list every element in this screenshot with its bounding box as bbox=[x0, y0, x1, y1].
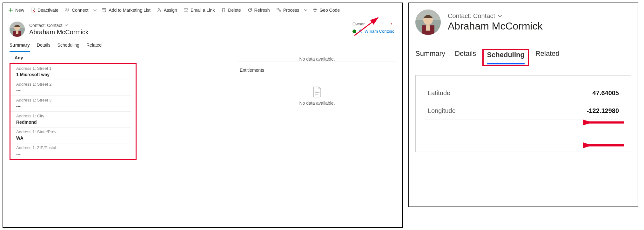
svg-rect-7 bbox=[279, 10, 281, 12]
svg-point-3 bbox=[68, 9, 69, 10]
refresh-icon bbox=[247, 8, 252, 13]
avatar bbox=[10, 22, 25, 37]
deactivate-button[interactable]: Deactivate bbox=[27, 3, 62, 17]
chevron-down-icon bbox=[64, 23, 69, 28]
tab-related[interactable]: Related bbox=[86, 43, 102, 52]
chevron-down-icon bbox=[93, 8, 97, 12]
chevron-down-icon bbox=[497, 13, 503, 19]
document-icon bbox=[313, 87, 322, 97]
assign-icon bbox=[157, 8, 162, 13]
svg-point-4 bbox=[158, 8, 159, 10]
tab-scheduling[interactable]: Scheduling bbox=[487, 51, 525, 64]
svg-line-15 bbox=[354, 18, 378, 36]
field-label: Address 1: Street 3 bbox=[16, 98, 131, 102]
geo-code-button[interactable]: Geo Code bbox=[309, 3, 343, 17]
field-street3[interactable]: Address 1: Street 3 --- bbox=[10, 95, 131, 111]
assign-button[interactable]: Assign bbox=[154, 3, 180, 17]
annotation-box-scheduling: Scheduling bbox=[482, 49, 529, 66]
map-pin-icon bbox=[312, 8, 318, 13]
svg-rect-6 bbox=[277, 8, 278, 10]
longitude-value: -122.12980 bbox=[587, 107, 619, 115]
deactivate-icon bbox=[30, 8, 36, 13]
connect-split[interactable] bbox=[91, 3, 98, 17]
required-marker: * bbox=[391, 22, 392, 27]
new-label: New bbox=[15, 8, 24, 13]
email-icon bbox=[184, 8, 189, 13]
refresh-label: Refresh bbox=[254, 8, 270, 13]
trash-icon bbox=[221, 8, 226, 13]
address-column: Any Address 1: Street 1 1 Microsoft way … bbox=[3, 52, 232, 223]
command-bar: New Deactivate Connect Add to Marketing … bbox=[3, 3, 402, 17]
field-value: --- bbox=[16, 88, 131, 93]
svg-rect-20 bbox=[426, 25, 430, 31]
breadcrumb-text: Contact: Contact bbox=[448, 12, 495, 20]
email-a-link-label: Email a Link bbox=[191, 8, 215, 13]
tab-summary[interactable]: Summary bbox=[10, 43, 30, 52]
tabs: Summary Details Scheduling Related bbox=[3, 39, 402, 52]
svg-rect-5 bbox=[184, 9, 188, 12]
section-any: Any bbox=[10, 52, 232, 63]
longitude-row[interactable]: Longitude -122.12980 bbox=[425, 102, 621, 120]
connect-icon bbox=[65, 8, 70, 13]
field-street2[interactable]: Address 1: Street 2 --- bbox=[10, 80, 131, 95]
field-street1[interactable]: Address 1: Street 1 1 Microsoft way bbox=[10, 64, 131, 80]
connect-button[interactable]: Connect bbox=[62, 3, 91, 17]
process-label: Process bbox=[283, 8, 299, 13]
latitude-row[interactable]: Latitude 47.64005 bbox=[425, 84, 621, 102]
connect-label: Connect bbox=[72, 8, 88, 13]
breadcrumb[interactable]: Contact: Contact bbox=[29, 23, 89, 28]
annotation-box-address: Address 1: Street 1 1 Microsoft way Addr… bbox=[10, 63, 137, 160]
new-button[interactable]: New bbox=[5, 3, 27, 17]
tab-scheduling[interactable]: Scheduling bbox=[57, 43, 79, 52]
list-add-icon bbox=[102, 8, 107, 13]
annotation-arrow-latitude bbox=[583, 118, 627, 127]
field-zip[interactable]: Address 1: ZIP/Postal ... --- bbox=[10, 143, 131, 159]
add-to-marketing-list-label: Add to Marketing List bbox=[109, 8, 151, 13]
assign-label: Assign bbox=[164, 8, 177, 13]
process-button[interactable]: Process bbox=[273, 3, 303, 17]
tab-details[interactable]: Details bbox=[37, 43, 50, 52]
geo-code-label: Geo Code bbox=[319, 8, 340, 13]
delete-button[interactable]: Delete bbox=[218, 3, 244, 17]
record-header: Contact: Contact Abraham McCormick Owner… bbox=[3, 17, 402, 39]
deactivate-label: Deactivate bbox=[37, 8, 58, 13]
field-state[interactable]: Address 1: State/Prov... WA bbox=[10, 127, 131, 143]
field-label: Address 1: State/Prov... bbox=[16, 129, 131, 134]
chevron-down-icon bbox=[304, 8, 308, 12]
longitude-label: Longitude bbox=[428, 107, 456, 115]
annotation-arrow-longitude bbox=[583, 141, 627, 150]
add-to-marketing-list-button[interactable]: Add to Marketing List bbox=[98, 3, 154, 17]
no-data-text-2: No data available. bbox=[299, 101, 335, 106]
breadcrumb-text: Contact: Contact bbox=[29, 23, 62, 28]
entitlements-empty: No data available. bbox=[238, 87, 396, 106]
entitlements-header: Entitlements bbox=[238, 62, 396, 76]
field-label: Address 1: City bbox=[16, 114, 131, 118]
field-value: WA bbox=[16, 135, 131, 141]
scheduling-card: Latitude 47.64005 Longitude -122.12980 bbox=[415, 75, 631, 152]
field-city[interactable]: Address 1: City Redmond bbox=[10, 111, 131, 127]
latitude-label: Latitude bbox=[428, 89, 450, 97]
page-title: Abraham McCormick bbox=[448, 20, 543, 32]
svg-point-8 bbox=[315, 9, 316, 10]
tabs-right: Summary Details Scheduling Related bbox=[409, 46, 638, 66]
tab-details[interactable]: Details bbox=[455, 49, 476, 66]
side-column: No data available. Entitlements No data … bbox=[232, 52, 402, 223]
field-value: 1 Microsoft way bbox=[16, 72, 131, 77]
right-window: Contact: Contact Abraham McCormick Summa… bbox=[408, 3, 638, 207]
process-icon bbox=[276, 8, 281, 13]
record-header-right: Contact: Contact Abraham McCormick bbox=[409, 7, 638, 35]
no-data-text: No data available. bbox=[238, 56, 396, 62]
annotation-arrow-geocode bbox=[352, 16, 384, 38]
field-value: --- bbox=[16, 151, 131, 156]
tab-summary[interactable]: Summary bbox=[415, 49, 445, 66]
tab-related[interactable]: Related bbox=[535, 49, 560, 66]
form-body: Any Address 1: Street 1 1 Microsoft way … bbox=[3, 52, 402, 223]
avatar bbox=[415, 10, 441, 35]
svg-point-2 bbox=[66, 8, 67, 9]
field-label: Address 1: Street 1 bbox=[16, 66, 131, 71]
refresh-button[interactable]: Refresh bbox=[244, 3, 273, 17]
svg-rect-13 bbox=[16, 31, 18, 34]
process-split[interactable] bbox=[302, 3, 309, 17]
breadcrumb[interactable]: Contact: Contact bbox=[448, 12, 543, 20]
email-a-link-button[interactable]: Email a Link bbox=[180, 3, 218, 17]
